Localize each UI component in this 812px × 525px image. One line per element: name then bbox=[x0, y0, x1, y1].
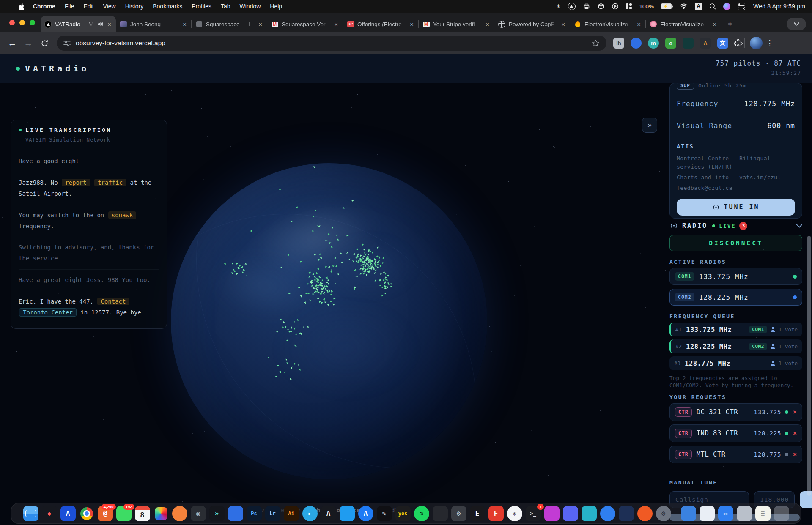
dock-blue-app[interactable] bbox=[228, 506, 243, 521]
back-button[interactable]: ← bbox=[4, 35, 20, 51]
tab-close-button[interactable]: × bbox=[333, 21, 339, 28]
menu-view[interactable]: View bbox=[99, 3, 121, 10]
tune-in-button[interactable]: TUNE IN bbox=[677, 199, 795, 216]
queue-row-3[interactable]: #3128.775 MHz1 vote bbox=[669, 356, 802, 370]
evernote-ext-icon[interactable]: e bbox=[665, 38, 676, 49]
dock-app-store[interactable]: A bbox=[358, 506, 373, 521]
page-scrollbar[interactable] bbox=[807, 236, 811, 496]
reader-a-ext-icon[interactable]: A bbox=[700, 38, 711, 49]
meet-bot-ext-icon[interactable] bbox=[683, 38, 694, 49]
menu-bookmarks[interactable]: Bookmarks bbox=[148, 3, 187, 10]
earth-globe[interactable] bbox=[171, 163, 487, 479]
tab-vatradio-v[interactable]: VATRadio — V× bbox=[41, 16, 116, 32]
profile-ext-icon[interactable]: ih bbox=[613, 38, 624, 49]
dock-trash[interactable] bbox=[774, 506, 789, 521]
dock-vscode[interactable] bbox=[340, 506, 355, 521]
wifi-icon[interactable] bbox=[680, 2, 688, 11]
tab-close-button[interactable]: × bbox=[409, 21, 414, 28]
siri-icon[interactable] bbox=[723, 2, 730, 11]
dock-telegram[interactable]: ▸ bbox=[302, 506, 318, 521]
dock-raycast[interactable]: ◆ bbox=[42, 506, 57, 521]
radio-section-header[interactable]: RADIO LIVE 3 bbox=[669, 220, 802, 232]
tab-your-stripe-verifi[interactable]: MYour Stripe verifi× bbox=[419, 16, 494, 32]
menu-profiles[interactable]: Profiles bbox=[187, 3, 216, 10]
dock-downloads-folder[interactable] bbox=[681, 506, 696, 521]
url-text[interactable]: obsurvey-for-vatsim.vercel.app bbox=[76, 39, 165, 47]
tab-close-button[interactable]: × bbox=[182, 21, 187, 28]
dock-teal-app[interactable] bbox=[582, 506, 597, 521]
menu-window[interactable]: Window bbox=[235, 3, 266, 10]
dock-epic-games[interactable]: E bbox=[470, 506, 485, 521]
address-bar[interactable]: obsurvey-for-vatsim.vercel.app bbox=[57, 36, 606, 51]
dock-photo-booth[interactable]: ◉ bbox=[191, 506, 206, 521]
translate-ext-icon[interactable]: 文 bbox=[717, 38, 728, 49]
profile-avatar[interactable] bbox=[750, 37, 763, 49]
tab-close-button[interactable]: × bbox=[258, 21, 263, 28]
dock-lightroom[interactable]: Lr bbox=[265, 506, 280, 521]
dock-safari[interactable] bbox=[600, 506, 615, 521]
tab-squarespace-l[interactable]: Squarespace — L× bbox=[192, 16, 267, 32]
queue-row-2[interactable]: #2128.225 MHzCOM21 vote bbox=[669, 339, 802, 353]
tab-electronvisualize[interactable]: ElectronVisualize× bbox=[646, 16, 721, 32]
dock-discord[interactable] bbox=[563, 506, 578, 521]
dock-magenta-app[interactable] bbox=[544, 506, 560, 521]
control-center-icon[interactable] bbox=[738, 2, 745, 11]
close-window-button[interactable] bbox=[9, 20, 15, 25]
dock-navy-app[interactable] bbox=[619, 506, 634, 521]
forward-button[interactable]: → bbox=[20, 35, 36, 51]
apple-icon[interactable] bbox=[18, 3, 25, 10]
tab-audio-icon[interactable] bbox=[97, 22, 103, 27]
tab-close-button[interactable]: × bbox=[485, 21, 490, 28]
menu-tab[interactable]: Tab bbox=[216, 3, 235, 10]
tab-close-button[interactable]: × bbox=[107, 21, 112, 28]
dock-red-f-app[interactable]: F bbox=[488, 506, 504, 521]
dock-orange-app[interactable] bbox=[637, 506, 653, 521]
search-icon[interactable] bbox=[709, 2, 716, 11]
tiles-icon[interactable] bbox=[626, 2, 632, 11]
remove-request-button[interactable]: × bbox=[792, 451, 797, 458]
menu-help[interactable]: Help bbox=[265, 3, 287, 10]
dock-minimized-window[interactable] bbox=[700, 506, 715, 521]
dock-mail-client[interactable]: @4,290 bbox=[98, 506, 113, 521]
dock-chatgpt[interactable]: ✳ bbox=[507, 506, 522, 521]
dock-illustrator[interactable]: Ai bbox=[284, 506, 299, 521]
request-row-mtl_ctr[interactable]: CTRMTL_CTR128.775× bbox=[669, 446, 802, 463]
dock-dark-app[interactable] bbox=[433, 506, 448, 521]
remove-request-button[interactable]: × bbox=[792, 429, 797, 437]
new-tab-button[interactable]: + bbox=[724, 18, 736, 30]
reload-button[interactable] bbox=[36, 35, 52, 51]
dock-chrome[interactable] bbox=[79, 506, 94, 521]
input-a-icon[interactable]: A bbox=[695, 2, 702, 11]
dock-reminders-orange[interactable] bbox=[172, 506, 187, 521]
dock-notes[interactable]: ≡ bbox=[755, 506, 771, 521]
printer-icon[interactable] bbox=[583, 2, 590, 11]
tab-search-button[interactable] bbox=[787, 18, 806, 30]
menu-history[interactable]: History bbox=[121, 3, 148, 10]
chatgpt-icon[interactable]: ✳ bbox=[556, 2, 561, 11]
dock-photos[interactable] bbox=[154, 506, 169, 521]
dock-pen-tool-app[interactable]: ✎ bbox=[377, 506, 392, 521]
dock-finder[interactable] bbox=[23, 506, 38, 521]
chrome-menu-button[interactable]: ⋮ bbox=[763, 38, 777, 48]
tab-john-seong[interactable]: John Seong× bbox=[116, 16, 191, 32]
dock-warp-terminal[interactable]: » bbox=[209, 506, 225, 521]
dock-spotify[interactable]: ≈ bbox=[414, 506, 429, 521]
zoom-window-button[interactable] bbox=[30, 20, 35, 25]
tab-squarespace-veri[interactable]: MSquarespace Veri× bbox=[267, 16, 343, 32]
disconnect-button[interactable]: DISCONNECT bbox=[669, 235, 802, 251]
tab-offerings-electro[interactable]: RCOfferings (Electro× bbox=[343, 16, 418, 32]
monday-ext-icon[interactable]: m bbox=[648, 38, 659, 49]
battery-icon[interactable]: ⚡ bbox=[661, 2, 673, 11]
dock-system-settings[interactable]: ⚙ bbox=[656, 506, 671, 521]
menu-bar-clock[interactable]: Wed 8 Apr 9:59 pm bbox=[752, 3, 805, 10]
tab-close-button[interactable]: × bbox=[560, 21, 566, 28]
extensions-puzzle-icon[interactable] bbox=[734, 39, 743, 48]
active-radio-com2[interactable]: COM2128.225 MHz bbox=[669, 289, 802, 306]
dock-mail[interactable]: ✉ bbox=[718, 506, 733, 521]
remove-request-button[interactable]: × bbox=[792, 408, 797, 416]
menu-edit[interactable]: Edit bbox=[79, 3, 98, 10]
site-settings-icon[interactable] bbox=[63, 40, 71, 47]
menu-chrome[interactable]: Chrome bbox=[28, 3, 60, 10]
play-circle-icon[interactable] bbox=[612, 2, 619, 11]
tab-close-button[interactable]: × bbox=[712, 21, 717, 28]
